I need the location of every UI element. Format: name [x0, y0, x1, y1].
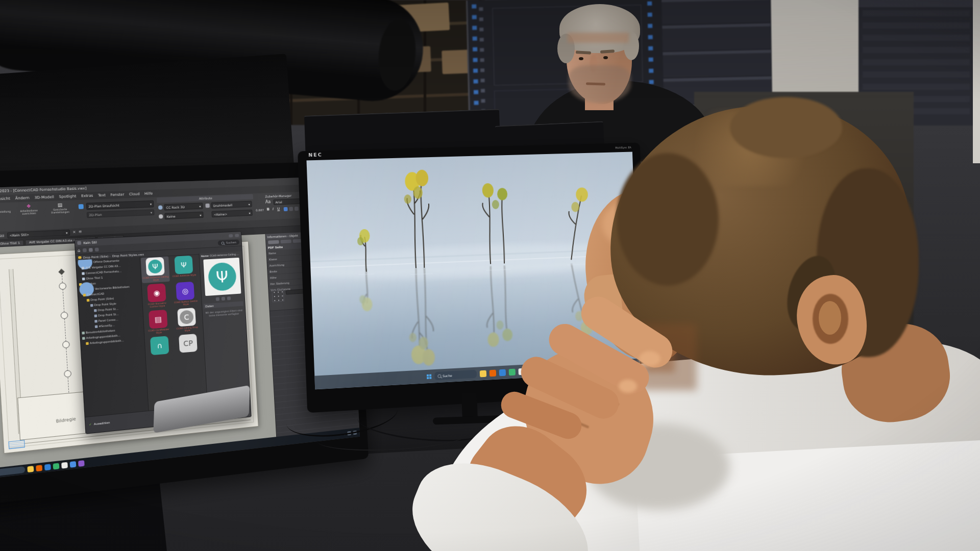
- taskbar-app-icon[interactable]: [499, 369, 505, 376]
- align-button[interactable]: [295, 207, 299, 211]
- resource-glyph-char: ◎: [182, 287, 188, 295]
- menu-item[interactable]: Cloud: [129, 192, 140, 196]
- line-style-value: Keine: [166, 214, 175, 218]
- resource-tile-glyph: ∩: [152, 338, 167, 353]
- view-toggle-icon[interactable]: [83, 248, 87, 252]
- menu-item[interactable]: Spotlight: [59, 194, 76, 199]
- underline-button[interactable]: U: [277, 207, 280, 211]
- fill-style-dropdown[interactable]: CC Rack 3D▾: [164, 203, 203, 210]
- wall-edge-light: [973, 0, 980, 163]
- tool-style-value: <Kein Stil>: [9, 232, 29, 237]
- preview-nav-icon[interactable]: [216, 297, 219, 301]
- coordinate-widget[interactable]: [272, 289, 284, 303]
- taskbar-app-icon[interactable]: [78, 460, 85, 466]
- pen-icon: [159, 214, 163, 219]
- render-sub-value: <Keine>: [213, 212, 227, 216]
- resource-tile[interactable]: CP: [174, 333, 203, 360]
- info-field-label: Name: [268, 251, 276, 255]
- line-style-dropdown[interactable]: Keine▾: [164, 212, 204, 220]
- resource-tile[interactable]: ▤ CCAD CardReader Style: [144, 309, 173, 336]
- taskbar-app-icon[interactable]: [36, 465, 42, 471]
- hair-crown-curl: [730, 97, 842, 158]
- view-toggle-icon[interactable]: [95, 247, 99, 252]
- preview-image: Ψ: [203, 258, 241, 296]
- resource-preview-pane: Name CCAD Antenne Ceiling … Ψ Daten Mit …: [199, 251, 250, 405]
- font-dropdown[interactable]: Arial▾: [273, 198, 303, 205]
- chevron-down-icon: ▾: [248, 202, 250, 206]
- view-cube-icon: [79, 204, 84, 209]
- resource-tile-icon: C: [177, 308, 196, 327]
- taskbar-search[interactable]: Suche: [0, 466, 26, 479]
- ear-inner-rim: [819, 301, 841, 335]
- taskbar-search[interactable]: Suche: [434, 370, 477, 381]
- bold-button[interactable]: B: [266, 207, 270, 211]
- taskbar-app-icon[interactable]: [479, 370, 486, 377]
- resource-glyph-char: ◉: [153, 288, 160, 297]
- taskbar-app-icon[interactable]: [44, 464, 51, 470]
- close-icon[interactable]: ×: [72, 230, 76, 235]
- chevron-down-icon: ▾: [200, 213, 201, 216]
- info-tab[interactable]: [268, 240, 279, 244]
- menu-item[interactable]: Fenster: [110, 192, 124, 197]
- home-icon[interactable]: ⌂: [78, 248, 81, 253]
- menu-item[interactable]: Hilfe: [144, 191, 153, 196]
- view-sub-dropdown[interactable]: 2D-Plan▾: [87, 209, 155, 218]
- resource-manager-dock-title: Zubehör-Manager: [265, 194, 291, 198]
- taskbar-app-icon[interactable]: [53, 463, 60, 469]
- align-button[interactable]: [289, 207, 293, 211]
- taskbar-app-icon[interactable]: [27, 465, 34, 472]
- taskbar-app-icon[interactable]: [508, 368, 515, 375]
- preview-name-label: Name: [201, 255, 209, 258]
- resource-tile[interactable]: ◉ CCAD Biometric Control Style: [142, 283, 172, 310]
- resource-tile[interactable]: ∩: [145, 335, 174, 363]
- view-mode-dropdown[interactable]: 2D-Plan Draufsicht▾: [86, 201, 154, 210]
- menu-item[interactable]: Ansicht: [0, 196, 10, 202]
- taskbar-app-icon[interactable]: [61, 462, 68, 468]
- view-nav-buttons: ◀ Vorherige Darstellung ▶ Nächste Darste…: [0, 202, 75, 218]
- resource-glyph-char: ▤: [154, 315, 162, 324]
- eye: [603, 56, 608, 59]
- resource-glyph-char: CP: [183, 339, 193, 348]
- align-button[interactable]: [284, 207, 288, 211]
- select-button[interactable]: Auswählen: [94, 420, 110, 425]
- tree-item-icon: [86, 342, 89, 345]
- check-icon: ✓: [89, 422, 92, 426]
- render-mode-dropdown[interactable]: Drahtmodell▾: [211, 201, 252, 209]
- resource-tile-label: CCAD CardReader Style: [145, 328, 173, 335]
- resource-tile[interactable]: Ψ CCAD Antenne Ceiling Style: [141, 256, 170, 283]
- resource-tile[interactable]: Ψ CCAD Antenne Style: [169, 255, 198, 281]
- render-sub-dropdown[interactable]: <Keine>▾: [211, 210, 253, 218]
- resource-window-title: Kein Stil: [83, 240, 97, 245]
- resource-tile-glyph: ▤: [151, 312, 165, 327]
- resource-glyph-char: Ψ: [181, 261, 187, 269]
- menu-item[interactable]: Ändern: [15, 196, 30, 201]
- toolbar-button[interactable]: ▤ Gesicherte Darstellungen: [45, 202, 75, 214]
- resource-search-field[interactable]: Suchen: [218, 239, 240, 245]
- antenna-symbol-icon: Ψ: [207, 262, 236, 291]
- resource-tile[interactable]: ◎ CCAD Button Centre Style: [171, 281, 200, 308]
- side-panel: [663, 49, 771, 78]
- tree-item-icon: [82, 337, 85, 340]
- preview-nav-icon[interactable]: [222, 297, 225, 301]
- menu-item[interactable]: Text: [98, 193, 106, 197]
- toolbar-button[interactable]: ❖ Arbeitsebene ausrichten: [14, 203, 44, 216]
- side-panel: [662, 0, 770, 24]
- sliders-icon[interactable]: ≋: [79, 230, 82, 234]
- resource-glyph-char: ∩: [157, 341, 163, 350]
- menu-item[interactable]: 3D-Modell: [34, 195, 54, 200]
- italic-button[interactable]: I: [272, 207, 273, 211]
- view-toggle-icon[interactable]: [89, 247, 93, 252]
- window-button[interactable]: [235, 234, 239, 237]
- toolbar-button[interactable]: ▶ Nächste Darstellung: [0, 204, 13, 217]
- menu-item[interactable]: Extras: [81, 193, 93, 198]
- window-button[interactable]: [229, 234, 233, 237]
- resource-tile-icon: CP: [179, 334, 198, 353]
- taskbar-app-icon[interactable]: [70, 461, 77, 467]
- resource-tile-glyph: ◉: [150, 286, 164, 300]
- resource-tile[interactable]: C CCAD Ceiling Drop Style: [173, 307, 201, 334]
- info-tab[interactable]: [280, 239, 291, 243]
- preview-nav-icon[interactable]: [227, 296, 231, 300]
- taskbar-app-icon[interactable]: [489, 369, 496, 377]
- start-button[interactable]: [426, 374, 431, 379]
- document-tab[interactable]: Ohne Titel 1: [0, 240, 24, 246]
